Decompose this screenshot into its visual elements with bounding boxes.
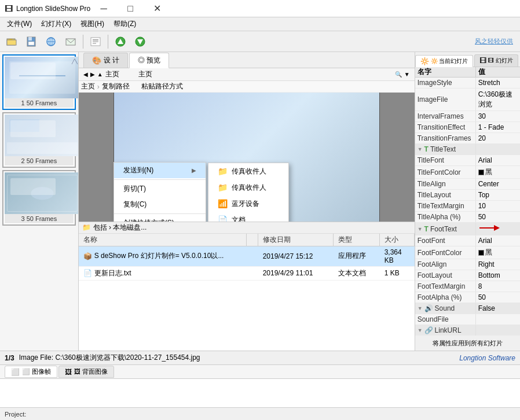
nav-folder: 主页 › 复制路径 粘贴路径方式 <box>79 81 415 93</box>
context-menu: 发送到(N) ▶ 剪切(T) 复制(C) 创建快捷方式(S) 删除(D) 重命名… <box>113 162 206 222</box>
tab-background-image[interactable]: 🖼 🖼 背面图像 <box>58 366 114 378</box>
nav-back-icon[interactable]: ◀ <box>83 71 88 78</box>
prop-header-name: 名字 <box>415 67 476 77</box>
sun-icon: 🔆 <box>420 57 429 65</box>
prop-titlealpha[interactable]: TitleAlpha (%) 50 <box>415 212 520 223</box>
menu-view[interactable]: 视图(H) <box>76 18 109 31</box>
nav-forward-icon[interactable]: ▶ <box>90 71 95 78</box>
prop-titlealign[interactable]: TitleAlign Center <box>415 179 520 190</box>
open-button[interactable] <box>2 33 21 50</box>
prop-value-transitionframes: 20 <box>476 133 520 143</box>
file-list-header: 名称 修改日期 类型 大小 <box>79 234 415 246</box>
prop-sound-group[interactable]: ▼ 🔊 Sound False <box>415 303 520 314</box>
prop-soundfile[interactable]: SoundFile <box>415 314 520 325</box>
file-row-1[interactable]: 📦 S deShow Pro 幻灯片制作= V5.0.0.10以... 2019… <box>79 246 415 267</box>
nav-path-item[interactable]: 复制路径 <box>102 82 130 91</box>
watermark-link[interactable]: 风之轻轻仅供 <box>475 37 518 46</box>
menu-bar: 文件(W) 幻灯片(X) 视图(H) 帮助(Z) <box>0 17 520 31</box>
svg-rect-2 <box>9 39 12 40</box>
titletext-expand[interactable]: ▼ <box>418 146 423 152</box>
slide-thumb-1[interactable]: ╱╲ 1 50 Frames <box>2 54 76 110</box>
submenu-fax-2[interactable]: 📁 传真收件人 <box>208 179 288 196</box>
submenu-fax-1[interactable]: 📁 传真收件人 <box>208 163 288 179</box>
prop-imagefile[interactable]: ImageFile C:\360极速浏览 <box>415 89 520 111</box>
email-button[interactable] <box>61 33 80 50</box>
ctx-sep-1 <box>114 179 206 180</box>
prop-titletextmargin[interactable]: TitleTextMargin 10 <box>415 201 520 212</box>
tab-image-frames[interactable]: ⬜ ⬜ 图像帧 <box>5 366 57 378</box>
ctx-create-shortcut[interactable]: 创建快捷方式(S) <box>114 215 206 222</box>
menu-help[interactable]: 帮助(Z) <box>109 18 141 31</box>
collapse-icon[interactable]: ▼ <box>404 71 410 78</box>
prop-footfont[interactable]: FootFont Arial <box>415 235 520 246</box>
move-up-button[interactable] <box>111 33 130 50</box>
prop-value-linkurl <box>476 325 520 336</box>
prop-intervalframes[interactable]: IntervalFrames 30 <box>415 111 520 122</box>
prop-titlefont[interactable]: TitleFont Arial <box>415 155 520 166</box>
status-bar: 1/3 Image File: C:\360极速浏览器下载\2020-11-27… <box>0 351 520 364</box>
submenu-bluetooth[interactable]: 📶 蓝牙设备 <box>208 196 288 212</box>
prop-value-titlealign: Center <box>476 179 520 189</box>
tab-preview[interactable]: ◎ 预览 <box>129 53 169 68</box>
ctx-sep-2 <box>114 213 206 214</box>
apply-all-button[interactable]: 将属性应用到所有幻灯片 <box>415 336 520 351</box>
prop-foottextmargin[interactable]: FootTextMargin 8 <box>415 281 520 292</box>
prop-footalign[interactable]: FootAlign Right <box>415 259 520 270</box>
slide-thumb-3[interactable]: 3 50 Frames <box>2 170 76 226</box>
slide-label-3: 3 50 Frames <box>5 214 74 223</box>
col-size[interactable]: 大小 <box>380 234 415 246</box>
nav-home[interactable]: 主页 <box>81 82 95 91</box>
app-title: Longtion SlideShow Pro <box>16 5 90 13</box>
ctx-copy[interactable]: 复制(C) <box>114 197 206 212</box>
minimize-button[interactable]: ─ <box>90 0 117 17</box>
text-button[interactable] <box>86 33 105 50</box>
maximize-button[interactable]: □ <box>117 0 144 17</box>
prop-value-footlayout: Bottom <box>476 270 520 281</box>
prop-value-intervalframes: 30 <box>476 111 520 121</box>
slide-thumb-2[interactable]: 2 50 Frames <box>2 112 76 168</box>
tab-current-slide[interactable]: 🔆 🔆 当前幻灯片 <box>415 55 474 67</box>
prop-titlelayout[interactable]: TitleLayout Top <box>415 190 520 201</box>
prop-footalpha[interactable]: FootAlpha (%) 50 <box>415 292 520 303</box>
linkurl-expand[interactable]: ▼ <box>418 327 423 333</box>
ctx-arrow-send: ▶ <box>192 167 196 174</box>
file-date-2: 2019/4/29 11:01 <box>258 268 334 278</box>
submenu-docs[interactable]: 📄 文档 <box>208 212 288 222</box>
prop-foottext-group[interactable]: ▼ T FootText <box>415 223 520 235</box>
menu-slideshow[interactable]: 幻灯片(X) <box>36 18 76 31</box>
canvas-area[interactable]: 下载帮 发送到(N) ▶ 剪切(T) 复制(C) 创建快捷方式(S) 删除(D)… <box>79 93 415 222</box>
close-button[interactable]: ✕ <box>144 0 170 17</box>
prop-linkurl-group[interactable]: ▼ 🔗 LinkURL <box>415 325 520 336</box>
file-flag-1 <box>247 256 258 257</box>
nav-up-icon[interactable]: ▲ <box>97 71 103 78</box>
prop-transitionframes[interactable]: TransitionFrames 20 <box>415 133 520 144</box>
save-button[interactable] <box>22 33 41 50</box>
fax-icon-2: 📁 <box>218 182 228 193</box>
move-down-button[interactable] <box>131 33 149 50</box>
prop-footlayout[interactable]: FootLayout Bottom <box>415 270 520 281</box>
ctx-send-to[interactable]: 发送到(N) ▶ <box>114 163 206 178</box>
col-type[interactable]: 类型 <box>334 234 380 246</box>
file-date-1: 2019/4/27 15:12 <box>258 252 334 261</box>
prop-titletext-group[interactable]: ▼ T TitleText <box>415 144 520 155</box>
prop-footfontcolor[interactable]: FootFontColor 黑 <box>415 246 520 259</box>
tab-design[interactable]: 🎨 设 计 <box>83 53 128 68</box>
sound-expand[interactable]: ▼ <box>418 305 423 311</box>
slide-position: 1/3 <box>5 354 14 362</box>
col-name[interactable]: 名称 <box>79 234 247 246</box>
file-row-2[interactable]: 📄 更新日志.txt 2019/4/29 11:01 文本文档 1 KB <box>79 267 415 281</box>
tab-all-slides[interactable]: 🎞 🎞 幻灯片 <box>474 54 518 67</box>
foottext-expand[interactable]: ▼ <box>418 226 423 232</box>
web-button[interactable] <box>42 33 60 50</box>
menu-file[interactable]: 文件(W) <box>2 18 36 31</box>
col-date[interactable]: 修改日期 <box>258 234 334 246</box>
prop-value-footalpha: 50 <box>476 292 520 303</box>
prop-titlefontcolor[interactable]: TitleFontColor 黑 <box>415 166 520 179</box>
doc-icon: 📄 <box>218 215 228 222</box>
prop-value-soundfile <box>476 314 520 325</box>
prop-transitioneffect[interactable]: TransitionEffect 1 - Fade <box>415 122 520 133</box>
center-area: 🎨 设 计 ◎ 预览 ◀ ▶ ▲ 主页 主页 🔍 ▼ <box>79 52 415 351</box>
prop-imagestyle[interactable]: ImageStyle Stretch <box>415 78 520 89</box>
ctx-cut[interactable]: 剪切(T) <box>114 181 206 197</box>
slide-label-2: 2 50 Frames <box>5 156 74 165</box>
